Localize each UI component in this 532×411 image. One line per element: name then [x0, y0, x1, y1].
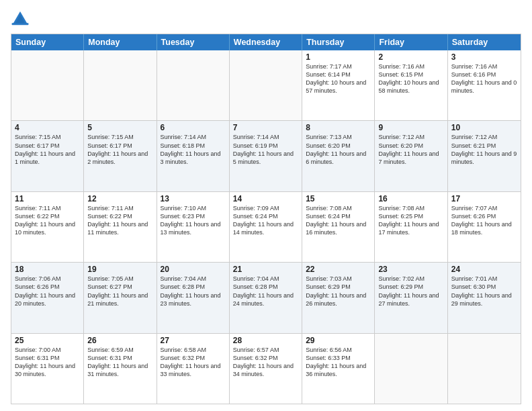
- cell-info: Sunrise: 7:12 AM Sunset: 6:20 PM Dayligh…: [378, 133, 443, 166]
- day-header-wednesday: Wednesday: [230, 34, 302, 50]
- date-cell-1: 1Sunrise: 7:17 AM Sunset: 6:14 PM Daylig…: [302, 50, 375, 120]
- date-number: 17: [451, 194, 517, 203]
- cell-info: Sunrise: 7:12 AM Sunset: 6:21 PM Dayligh…: [451, 133, 517, 166]
- date-number: 3: [451, 52, 517, 62]
- date-number: 21: [233, 265, 298, 274]
- empty-cell: [375, 334, 447, 404]
- date-number: 20: [161, 265, 226, 274]
- date-cell-6: 6Sunrise: 7:14 AM Sunset: 6:18 PM Daylig…: [157, 121, 230, 191]
- cell-info: Sunrise: 7:16 AM Sunset: 6:16 PM Dayligh…: [451, 62, 517, 95]
- logo: [11, 9, 32, 28]
- date-cell-22: 22Sunrise: 7:03 AM Sunset: 6:29 PM Dayli…: [302, 263, 375, 332]
- date-number: 23: [378, 265, 443, 274]
- date-number: 2: [378, 52, 443, 62]
- empty-cell: [11, 50, 84, 120]
- date-number: 8: [306, 123, 371, 132]
- date-cell-27: 27Sunrise: 6:58 AM Sunset: 6:32 PM Dayli…: [157, 334, 230, 404]
- date-cell-26: 26Sunrise: 6:59 AM Sunset: 6:31 PM Dayli…: [84, 334, 157, 404]
- date-number: 6: [161, 123, 226, 132]
- date-number: 5: [87, 123, 152, 132]
- cell-info: Sunrise: 7:10 AM Sunset: 6:23 PM Dayligh…: [161, 204, 226, 237]
- date-cell-15: 15Sunrise: 7:08 AM Sunset: 6:24 PM Dayli…: [302, 192, 375, 262]
- date-cell-10: 10Sunrise: 7:12 AM Sunset: 6:21 PM Dayli…: [448, 121, 521, 191]
- empty-cell: [230, 50, 302, 120]
- cell-info: Sunrise: 7:04 AM Sunset: 6:28 PM Dayligh…: [161, 275, 226, 308]
- cell-info: Sunrise: 7:09 AM Sunset: 6:24 PM Dayligh…: [233, 204, 298, 237]
- date-cell-18: 18Sunrise: 7:06 AM Sunset: 6:26 PM Dayli…: [11, 263, 84, 332]
- date-cell-24: 24Sunrise: 7:01 AM Sunset: 6:30 PM Dayli…: [448, 263, 521, 332]
- date-cell-2: 2Sunrise: 7:16 AM Sunset: 6:15 PM Daylig…: [375, 50, 447, 120]
- day-header-friday: Friday: [375, 34, 447, 50]
- cell-info: Sunrise: 7:13 AM Sunset: 6:20 PM Dayligh…: [306, 133, 371, 166]
- logo-icon: [11, 9, 30, 28]
- date-number: 22: [306, 265, 371, 274]
- day-header-sunday: Sunday: [11, 34, 84, 50]
- date-cell-28: 28Sunrise: 6:57 AM Sunset: 6:32 PM Dayli…: [230, 334, 302, 404]
- day-header-thursday: Thursday: [302, 34, 375, 50]
- empty-cell: [157, 50, 230, 120]
- date-number: 15: [306, 194, 371, 203]
- date-cell-9: 9Sunrise: 7:12 AM Sunset: 6:20 PM Daylig…: [375, 121, 447, 191]
- cell-info: Sunrise: 6:56 AM Sunset: 6:33 PM Dayligh…: [306, 346, 371, 379]
- date-number: 1: [306, 52, 371, 62]
- date-number: 10: [451, 123, 517, 132]
- calendar-row: 4Sunrise: 7:15 AM Sunset: 6:17 PM Daylig…: [11, 121, 521, 191]
- calendar-row: 25Sunrise: 7:00 AM Sunset: 6:31 PM Dayli…: [11, 334, 521, 404]
- date-cell-17: 17Sunrise: 7:07 AM Sunset: 6:26 PM Dayli…: [448, 192, 521, 262]
- date-cell-5: 5Sunrise: 7:15 AM Sunset: 6:17 PM Daylig…: [84, 121, 157, 191]
- cell-info: Sunrise: 7:14 AM Sunset: 6:18 PM Dayligh…: [161, 133, 226, 166]
- calendar: SundayMondayTuesdayWednesdayThursdayFrid…: [11, 34, 521, 404]
- cell-info: Sunrise: 6:57 AM Sunset: 6:32 PM Dayligh…: [233, 346, 298, 379]
- calendar-row: 18Sunrise: 7:06 AM Sunset: 6:26 PM Dayli…: [11, 263, 521, 333]
- empty-cell: [84, 50, 157, 120]
- calendar-row: 1Sunrise: 7:17 AM Sunset: 6:14 PM Daylig…: [11, 50, 521, 121]
- date-number: 7: [233, 123, 298, 132]
- empty-cell: [448, 334, 521, 404]
- date-cell-20: 20Sunrise: 7:04 AM Sunset: 6:28 PM Dayli…: [157, 263, 230, 332]
- cell-info: Sunrise: 7:11 AM Sunset: 6:22 PM Dayligh…: [15, 204, 80, 237]
- date-number: 24: [451, 265, 517, 274]
- cell-info: Sunrise: 6:59 AM Sunset: 6:31 PM Dayligh…: [87, 346, 152, 379]
- cell-info: Sunrise: 7:05 AM Sunset: 6:27 PM Dayligh…: [87, 275, 152, 308]
- date-cell-14: 14Sunrise: 7:09 AM Sunset: 6:24 PM Dayli…: [230, 192, 302, 262]
- date-number: 11: [15, 194, 80, 203]
- date-number: 19: [87, 265, 152, 274]
- cell-info: Sunrise: 7:01 AM Sunset: 6:30 PM Dayligh…: [451, 275, 517, 308]
- cell-info: Sunrise: 7:02 AM Sunset: 6:29 PM Dayligh…: [378, 275, 443, 308]
- date-cell-23: 23Sunrise: 7:02 AM Sunset: 6:29 PM Dayli…: [375, 263, 447, 332]
- calendar-body: 1Sunrise: 7:17 AM Sunset: 6:14 PM Daylig…: [11, 50, 521, 404]
- cell-info: Sunrise: 7:16 AM Sunset: 6:15 PM Dayligh…: [378, 62, 443, 95]
- page-header: [11, 9, 521, 28]
- date-cell-7: 7Sunrise: 7:14 AM Sunset: 6:19 PM Daylig…: [230, 121, 302, 191]
- day-header-monday: Monday: [84, 34, 157, 50]
- cell-info: Sunrise: 6:58 AM Sunset: 6:32 PM Dayligh…: [161, 346, 226, 379]
- cell-info: Sunrise: 7:15 AM Sunset: 6:17 PM Dayligh…: [87, 133, 152, 166]
- date-cell-25: 25Sunrise: 7:00 AM Sunset: 6:31 PM Dayli…: [11, 334, 84, 404]
- cell-info: Sunrise: 7:03 AM Sunset: 6:29 PM Dayligh…: [306, 275, 371, 308]
- svg-rect-2: [12, 23, 29, 25]
- date-number: 26: [87, 336, 152, 345]
- cell-info: Sunrise: 7:06 AM Sunset: 6:26 PM Dayligh…: [15, 275, 80, 308]
- cell-info: Sunrise: 7:15 AM Sunset: 6:17 PM Dayligh…: [15, 133, 80, 166]
- cell-info: Sunrise: 7:14 AM Sunset: 6:19 PM Dayligh…: [233, 133, 298, 166]
- calendar-row: 11Sunrise: 7:11 AM Sunset: 6:22 PM Dayli…: [11, 192, 521, 263]
- calendar-header: SundayMondayTuesdayWednesdayThursdayFrid…: [11, 34, 521, 50]
- cell-info: Sunrise: 7:11 AM Sunset: 6:22 PM Dayligh…: [87, 204, 152, 237]
- date-cell-16: 16Sunrise: 7:08 AM Sunset: 6:25 PM Dayli…: [375, 192, 447, 262]
- date-number: 27: [161, 336, 226, 345]
- date-cell-21: 21Sunrise: 7:04 AM Sunset: 6:28 PM Dayli…: [230, 263, 302, 332]
- date-cell-19: 19Sunrise: 7:05 AM Sunset: 6:27 PM Dayli…: [84, 263, 157, 332]
- date-number: 12: [87, 194, 152, 203]
- day-header-saturday: Saturday: [448, 34, 521, 50]
- date-cell-29: 29Sunrise: 6:56 AM Sunset: 6:33 PM Dayli…: [302, 334, 375, 404]
- cell-info: Sunrise: 7:08 AM Sunset: 6:24 PM Dayligh…: [306, 204, 371, 237]
- cell-info: Sunrise: 7:17 AM Sunset: 6:14 PM Dayligh…: [306, 62, 371, 95]
- cell-info: Sunrise: 7:08 AM Sunset: 6:25 PM Dayligh…: [378, 204, 443, 237]
- date-number: 29: [306, 336, 371, 345]
- date-cell-3: 3Sunrise: 7:16 AM Sunset: 6:16 PM Daylig…: [448, 50, 521, 120]
- date-number: 14: [233, 194, 298, 203]
- date-number: 9: [378, 123, 443, 132]
- cell-info: Sunrise: 7:00 AM Sunset: 6:31 PM Dayligh…: [15, 346, 80, 379]
- date-number: 18: [15, 265, 80, 274]
- cell-info: Sunrise: 7:07 AM Sunset: 6:26 PM Dayligh…: [451, 204, 517, 237]
